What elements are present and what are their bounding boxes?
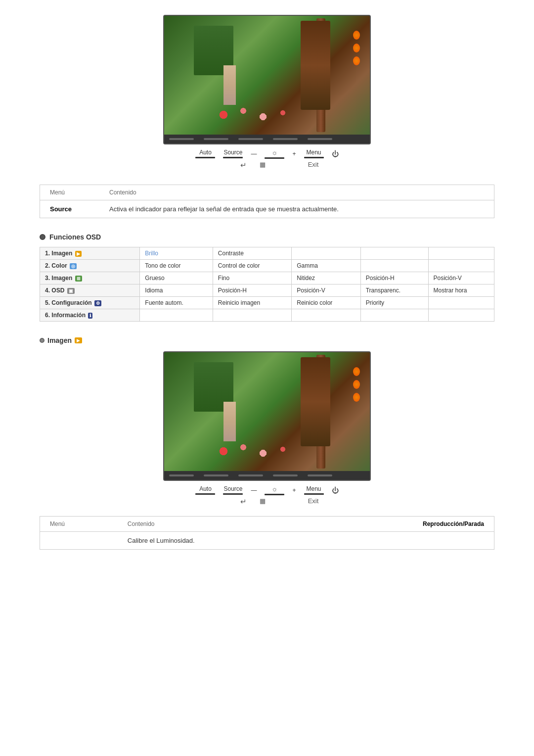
osd-row-6: 6. Información ℹ [40, 309, 494, 322]
col1-header: Menú [40, 185, 99, 200]
osd-col-6-4 [360, 309, 428, 322]
osd-col-4-4[interactable]: Transparenc. [360, 284, 428, 297]
plus-label-2[interactable]: + [292, 487, 296, 494]
col2-header-2: Contenido [118, 517, 312, 532]
osd-col-2-3[interactable]: Gamma [292, 260, 360, 272]
source-button-group-2: Source [223, 485, 243, 495]
auto-button-group: Auto [195, 149, 215, 158]
source-underline [223, 157, 243, 158]
osd-row-1: 1. Imagen ▶ Brillo Contraste [40, 247, 494, 260]
osd-menu-5: 5. Configuración ⚙ [40, 297, 140, 309]
osd-col-3-2[interactable]: Fino [213, 272, 291, 284]
auto-button-group-2: Auto [195, 485, 215, 495]
imagen-section: Imagen ▶ [40, 336, 494, 550]
imagen-badge-1: ▶ [75, 251, 82, 257]
source-label[interactable]: Source [223, 149, 242, 156]
lantern-3 [353, 56, 360, 65]
brightness-underline-2 [265, 494, 284, 495]
menu-label[interactable]: Menu [306, 149, 321, 156]
osd-col-2-2[interactable]: Control de color [213, 260, 291, 272]
osd-col-1-1[interactable]: Brillo [140, 247, 213, 260]
ctrl-seg2-2 [204, 474, 228, 476]
lantern-1 [353, 31, 360, 40]
source-content-cell: Activa el indicador para reflejar la señ… [99, 200, 494, 218]
lanterns [353, 31, 360, 65]
monitor-controls-row-1 [164, 135, 370, 143]
osd-col-5-2[interactable]: Reinicio imagen [213, 297, 291, 309]
osd-col-3-3[interactable]: Nitidez [292, 272, 360, 284]
menu-label-2[interactable]: Menu [306, 485, 321, 492]
speaker-icon[interactable]: ▦ [260, 161, 266, 170]
auto-underline [195, 157, 215, 158]
info-table-2: Menú Contenido Reproducción/Parada Calib… [40, 517, 494, 549]
osd-row-5: 5. Configuración ⚙ Fuente autom. Reinici… [40, 297, 494, 309]
osd-col-1-2[interactable]: Contraste [213, 247, 291, 260]
monitor-frame-1 [163, 15, 371, 144]
osd-col-5-1[interactable]: Fuente autom. [140, 297, 213, 309]
info-badge: ℹ [88, 313, 92, 319]
tabla2-cell-empty2 [312, 532, 494, 550]
menu-group: Menu [304, 149, 324, 158]
menu-underline-2 [304, 493, 324, 495]
osd-col-4-2[interactable]: Posición-H [213, 284, 291, 297]
ctrl-seg2-3 [238, 474, 263, 476]
col2-header: Contenido [99, 185, 494, 200]
lantern-2 [353, 44, 360, 52]
source-underline-2 [223, 493, 243, 495]
lantern-2-3 [353, 393, 360, 402]
monitor-section-1: Auto Source — ☼ + Menu ⏻ ↵ ▦ Exit [40, 15, 494, 170]
minus-label-2[interactable]: — [251, 487, 257, 494]
tabla2-cell-empty [40, 532, 118, 550]
osd-circle-icon [40, 234, 45, 240]
ctrl-seg2-5 [308, 474, 332, 476]
button-bar-2: Auto Source — ☼ + Menu ⏻ [195, 485, 338, 495]
brightness-icon-2[interactable]: ☼ [271, 485, 278, 493]
osd-badge: ▣ [67, 288, 75, 294]
osd-col-4-5[interactable]: Mostrar hora [428, 284, 494, 297]
osd-section: Funciones OSD 1. Imagen ▶ Brillo Contras… [40, 233, 494, 322]
osd-col-3-5[interactable]: Posición-V [428, 272, 494, 284]
menu-group-2: Menu [304, 485, 324, 495]
auto-label[interactable]: Auto [199, 149, 212, 156]
exit-label-2[interactable]: Exit [308, 497, 319, 506]
brightness-icon[interactable]: ☼ [271, 148, 278, 156]
button-bar-1: Auto Source — ☼ + Menu ⏻ [195, 148, 338, 159]
osd-col-5-3[interactable]: Reinicio color [292, 297, 360, 309]
osd-col-2-4 [360, 260, 428, 272]
input-icon-2[interactable]: ↵ [240, 497, 247, 506]
tree-trunk [316, 18, 325, 132]
plus-label[interactable]: + [292, 150, 296, 157]
osd-col-3-1[interactable]: Grueso [140, 272, 213, 284]
osd-col-5-5 [428, 297, 494, 309]
osd-col-4-3[interactable]: Posición-V [292, 284, 360, 297]
power-icon-2[interactable]: ⏻ [332, 486, 339, 494]
monitor-frame-2 [163, 351, 371, 481]
osd-col-1-3 [292, 247, 360, 260]
auto-label-2[interactable]: Auto [199, 485, 212, 492]
ctrl-seg-5 [308, 138, 332, 140]
imagen-title: Imagen [47, 336, 72, 344]
power-icon[interactable]: ⏻ [332, 150, 339, 158]
brightness-group: ☼ [265, 148, 284, 159]
osd-grid-table: 1. Imagen ▶ Brillo Contraste 2. Color ◎ … [40, 247, 494, 322]
input-icon[interactable]: ↵ [240, 161, 247, 170]
info-table-1: Menú Contenido Source Activa el indicado… [40, 185, 494, 218]
osd-col-3-4[interactable]: Posición-H [360, 272, 428, 284]
imagen-circle-icon [40, 338, 44, 343]
ctrl-seg-2 [204, 138, 228, 140]
source-label-2[interactable]: Source [223, 485, 242, 492]
osd-col-5-4[interactable]: Priority [360, 297, 428, 309]
pagoda-2 [223, 402, 236, 441]
lantern-2-1 [353, 367, 360, 376]
minus-label[interactable]: — [251, 150, 257, 157]
osd-menu-6: 6. Información ℹ [40, 309, 140, 322]
tabla2-content: Calibre el Luminosidad. [118, 532, 312, 550]
osd-col-4-1[interactable]: Idioma [140, 284, 213, 297]
col3-header-2: Reproducción/Parada [312, 517, 494, 532]
osd-menu-3: 3. Imagen ⊞ [40, 272, 140, 284]
osd-col-2-1[interactable]: Tono de color [140, 260, 213, 272]
osd-title: Funciones OSD [49, 233, 101, 241]
exit-label[interactable]: Exit [308, 161, 319, 170]
info-table-section-1: Menú Contenido Source Activa el indicado… [40, 185, 494, 218]
speaker-icon-2[interactable]: ▦ [260, 497, 266, 506]
